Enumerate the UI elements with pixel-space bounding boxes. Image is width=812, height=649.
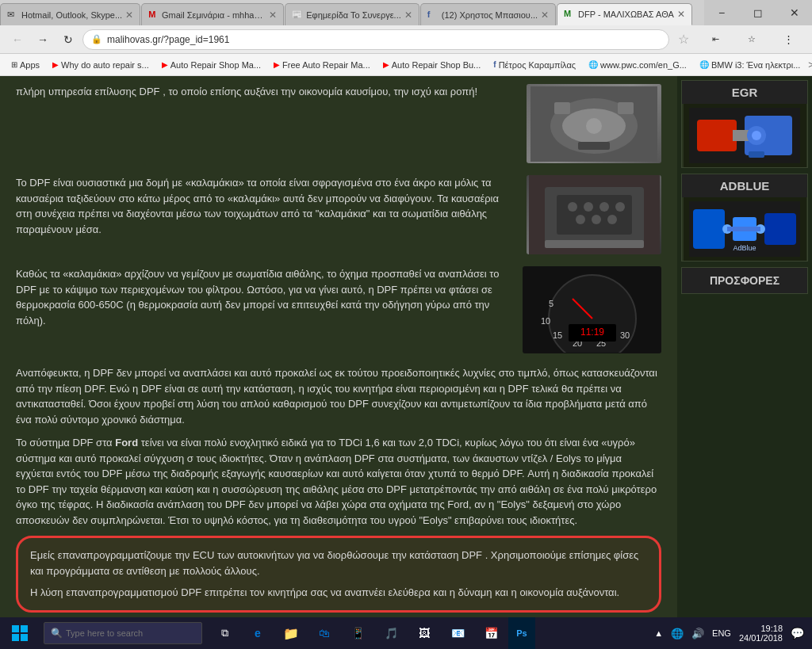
forward-button[interactable]: → <box>32 29 54 51</box>
svg-rect-35 <box>749 151 764 158</box>
prosfores-card[interactable]: ΠΡΟΣΦΟΡΕΣ <box>681 267 808 294</box>
minimize-button[interactable]: − <box>704 0 739 25</box>
tab-3-close[interactable]: ✕ <box>404 10 412 21</box>
adblue-img-placeholder: AdBlue <box>689 201 800 257</box>
close-button[interactable]: ✕ <box>777 0 812 25</box>
adblue-card[interactable]: ADBLUE AdBlue <box>681 174 808 262</box>
store-icon[interactable]: 🛍 <box>308 617 340 649</box>
start-button[interactable] <box>0 617 40 649</box>
bookmark-3[interactable]: ▶ Free Auto Repair Ma... <box>269 59 375 71</box>
svg-text:10: 10 <box>541 316 550 326</box>
bookmark-5[interactable]: f Πέτρος Καραμπίλας <box>488 59 580 71</box>
bk4-favicon: ▶ <box>383 60 389 69</box>
bookmark-1-label: Why do auto repair s... <box>61 60 149 70</box>
egr-svg <box>689 108 800 163</box>
svg-rect-45 <box>21 625 28 632</box>
tab-5-label: DFP - ΜΑΛΙΧΩΒΑΣ ΑΘΑ <box>578 10 674 19</box>
tray-arrow[interactable]: ▲ <box>654 628 663 638</box>
bookmark-apps[interactable]: ⊞ Apps <box>6 59 44 71</box>
bookmark-5-label: Πέτρος Καραμπίλας <box>499 60 576 70</box>
svg-rect-4 <box>618 102 634 114</box>
tab-bar-area: ✉ Hotmail, Outlook, Skype... ✕ M Gmail Σ… <box>0 0 812 25</box>
clock-date: 24/01/2018 <box>739 633 783 643</box>
music-icon[interactable]: 🎵 <box>375 617 407 649</box>
bookmarks-more[interactable]: >> <box>808 59 812 71</box>
egr-title: EGR <box>682 81 807 104</box>
tab-1-close[interactable]: ✕ <box>125 10 133 21</box>
refresh-button[interactable]: ↻ <box>57 29 79 51</box>
taskbar-app-icons: ⧉ e 📁 🛍 📱 🎵 🖼 📧 📅 Ps <box>209 617 535 649</box>
tab-bar: ✉ Hotmail, Outlook, Skype... ✕ M Gmail Σ… <box>0 0 704 25</box>
nav-extra-1[interactable]: ⇤ <box>698 27 733 52</box>
nav-menu-button[interactable]: ⋮ <box>771 27 806 52</box>
search-input[interactable] <box>66 628 185 638</box>
back-button[interactable]: ← <box>6 29 29 51</box>
tab-2[interactable]: M Gmail Σεμινάρια - mhhanoe... ✕ <box>141 3 284 25</box>
content-area: πλήρη υπηρεσία επίλυσης DPF , το οποίο ε… <box>0 76 812 617</box>
tab-1[interactable]: ✉ Hotmail, Outlook, Skype... ✕ <box>0 3 140 25</box>
notifications-icon[interactable]: 💬 <box>791 627 804 639</box>
file-explorer-icon[interactable]: 📁 <box>275 617 307 649</box>
bk7-favicon: 🌐 <box>699 60 709 69</box>
svg-text:30: 30 <box>620 330 630 340</box>
tab-3-label: Εφημερίδα Το Συνεργε... <box>306 10 401 20</box>
svg-point-16 <box>607 215 617 224</box>
bookmark-star-button[interactable]: ☆ <box>672 29 695 51</box>
tab-5-close[interactable]: ✕ <box>677 9 685 20</box>
svg-rect-9 <box>557 195 632 235</box>
photoshop-icon[interactable]: Ps <box>508 617 535 649</box>
egr-image <box>684 104 806 167</box>
tab-4-close[interactable]: ✕ <box>541 10 549 21</box>
mail-icon[interactable]: 📧 <box>442 617 473 649</box>
edge-icon[interactable]: e <box>242 617 274 649</box>
bookmark-6[interactable]: 🌐 www.pwc.com/en_G... <box>584 59 691 71</box>
gauge-image: 5 10 15 20 25 30 11:19 <box>523 266 661 353</box>
paragraph-4: Αναπόφευκτα, η DPF δεν μπορεί να αναπλάσ… <box>16 365 661 427</box>
network-icon[interactable]: 🌐 <box>671 628 684 639</box>
search-icon: 🔍 <box>51 628 63 639</box>
filter-image <box>527 175 661 254</box>
svg-point-13 <box>615 202 625 212</box>
tab-3[interactable]: 📰 Εφημερίδα Το Συνεργε... ✕ <box>285 3 419 25</box>
task-view-button[interactable]: ⧉ <box>209 617 240 649</box>
taskbar-search[interactable]: 🔍 <box>44 622 202 644</box>
tab-3-favicon: 📰 <box>292 10 303 21</box>
address-bar[interactable]: 🔒 malihovas.gr/?page_id=1961 <box>82 29 669 50</box>
svg-text:15: 15 <box>553 330 562 340</box>
svg-rect-32 <box>733 130 749 141</box>
bookmark-7[interactable]: 🌐 BMW i3: Ένα ηλεκτρι... <box>695 59 805 71</box>
ford-bold: Ford <box>115 437 138 449</box>
bookmark-3-label: Free Auto Repair Ma... <box>282 60 370 70</box>
tab-5-favicon: M <box>564 9 575 20</box>
bookmark-7-label: BMW i3: Ένα ηλεκτρι... <box>711 60 800 70</box>
windows-logo <box>12 625 28 641</box>
bookmark-2[interactable]: ▶ Auto Repair Shop Ma... <box>157 59 266 71</box>
svg-rect-30 <box>697 120 737 151</box>
tab-4[interactable]: f (12) Χρηστος Μπασιου... ✕ <box>420 3 556 25</box>
apps-icon[interactable]: 📱 <box>342 617 373 649</box>
svg-point-34 <box>752 131 761 140</box>
tab-2-close[interactable]: ✕ <box>269 10 277 21</box>
browser-window: ✉ Hotmail, Outlook, Skype... ✕ M Gmail Σ… <box>0 0 812 617</box>
taskbar-clock[interactable]: 19:18 24/01/2018 <box>739 624 783 643</box>
nav-extra-2[interactable]: ☆ <box>734 27 769 52</box>
svg-rect-17 <box>545 240 644 248</box>
bookmark-1[interactable]: ▶ Why do auto repair s... <box>48 59 154 71</box>
bookmark-apps-label: Apps <box>20 60 40 70</box>
tab-4-label: (12) Χρηστος Μπασιου... <box>442 10 538 20</box>
photos-icon[interactable]: 🖼 <box>408 617 440 649</box>
section-3-text: Καθώς τα «καλαμάκια» αρχίζουν να γεμίζου… <box>16 266 511 340</box>
calendar-icon[interactable]: 📅 <box>475 617 507 649</box>
bookmarks-bar: ⊞ Apps ▶ Why do auto repair s... ▶ Auto … <box>0 54 812 76</box>
language-indicator[interactable]: ENG <box>712 628 731 638</box>
svg-text:11:19: 11:19 <box>580 326 603 338</box>
tab-5[interactable]: M DFP - ΜΑΛΙΧΩΒΑΣ ΑΘΑ ✕ <box>557 3 692 25</box>
sound-icon[interactable]: 🔊 <box>691 628 704 639</box>
nav-bar: ← → ↻ 🔒 malihovas.gr/?page_id=1961 ☆ ⇤ ☆… <box>0 25 812 54</box>
bookmark-4[interactable]: ▶ Auto Repair Shop Bu... <box>378 59 486 71</box>
paragraph-1: πλήρη υπηρεσία επίλυσης DPF , το οποίο ε… <box>16 84 515 100</box>
engine-svg <box>530 86 657 162</box>
tab-1-favicon: ✉ <box>7 10 18 21</box>
restore-button[interactable]: ◻ <box>741 0 776 25</box>
egr-card[interactable]: EGR <box>681 80 808 168</box>
